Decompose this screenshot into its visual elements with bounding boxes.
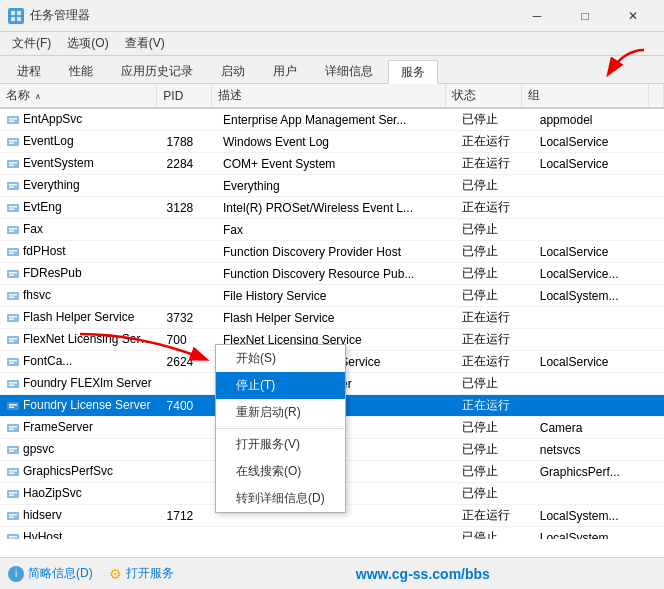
svg-rect-53	[7, 468, 19, 476]
cell-pid	[161, 263, 217, 285]
cell-pid	[161, 285, 217, 307]
cell-name: FDResPub	[0, 263, 161, 285]
cell-desc: Function Discovery Provider Host	[217, 241, 456, 263]
svg-rect-39	[9, 360, 17, 362]
table-row[interactable]: fdPHostFunction Discovery Provider Host已…	[0, 241, 664, 263]
cell-name: EntAppSvc	[0, 109, 161, 131]
tab-details[interactable]: 详细信息	[312, 59, 386, 83]
context-menu-stop[interactable]: 停止(T)	[216, 372, 345, 399]
cell-group	[534, 395, 664, 417]
tab-processes[interactable]: 进程	[4, 59, 54, 83]
cell-pid: 7400	[161, 395, 217, 417]
table-row[interactable]: EventSystem2284COM+ Event System正在运行Loca…	[0, 153, 664, 175]
svg-rect-64	[9, 538, 14, 539]
cell-pid	[161, 219, 217, 241]
svg-rect-38	[7, 358, 19, 366]
minimize-button[interactable]: ─	[514, 0, 560, 32]
cell-status: 已停止	[456, 461, 534, 483]
svg-rect-34	[9, 318, 14, 320]
cell-pid	[161, 527, 217, 540]
context-menu-goto-details[interactable]: 转到详细信息(D)	[216, 485, 345, 512]
main-area: 名称 ∧ PID 描述 状态 组	[0, 84, 664, 557]
cell-desc: Everything	[217, 175, 456, 197]
open-service-button[interactable]: ⚙ 打开服务	[109, 565, 174, 582]
svg-rect-41	[7, 380, 19, 388]
tab-services[interactable]: 服务	[388, 60, 438, 84]
cell-status: 正在运行	[456, 351, 534, 373]
table-container: 名称 ∧ PID 描述 状态 组	[0, 84, 664, 557]
cell-desc: COM+ Event System	[217, 153, 456, 175]
table-row[interactable]: HvHost已停止LocalSystem...	[0, 527, 664, 540]
cell-status: 已停止	[456, 417, 534, 439]
svg-rect-50	[7, 446, 19, 454]
cell-desc: File History Service	[217, 285, 456, 307]
cell-status: 已停止	[456, 175, 534, 197]
context-menu-start[interactable]: 开始(S)	[216, 345, 345, 372]
col-header-name[interactable]: 名称 ∧	[0, 84, 157, 108]
svg-rect-46	[9, 406, 14, 408]
svg-rect-59	[7, 512, 19, 520]
svg-rect-27	[9, 272, 17, 274]
cell-name: fhsvc	[0, 285, 161, 307]
table-row[interactable]: FDResPubFunction Discovery Resource Pub.…	[0, 263, 664, 285]
table-row[interactable]: EventLog1788Windows Event Log正在运行LocalSe…	[0, 131, 664, 153]
cell-pid: 3128	[161, 197, 217, 219]
tab-startup[interactable]: 启动	[208, 59, 258, 83]
tab-users[interactable]: 用户	[260, 59, 310, 83]
window-controls: ─ □ ✕	[514, 0, 656, 32]
svg-rect-32	[7, 314, 19, 322]
table-row[interactable]: EntAppSvcEnterprise App Management Ser..…	[0, 109, 664, 131]
cell-name: Foundry License Server	[0, 395, 161, 417]
cell-status: 正在运行	[456, 395, 534, 417]
menu-file[interactable]: 文件(F)	[4, 32, 59, 55]
tab-bar: 进程 性能 应用历史记录 启动 用户 详细信息 服务	[0, 56, 664, 84]
cell-group	[534, 175, 664, 197]
table-row[interactable]: fhsvcFile History Service已停止LocalSystem.…	[0, 285, 664, 307]
context-menu-search-online[interactable]: 在线搜索(O)	[216, 458, 345, 485]
svg-rect-37	[9, 340, 14, 342]
svg-rect-40	[9, 362, 14, 364]
menu-view[interactable]: 查看(V)	[117, 32, 173, 55]
cell-group: LocalService	[534, 351, 664, 373]
brief-info-link[interactable]: 简略信息(D)	[28, 565, 93, 582]
tab-app-history[interactable]: 应用历史记录	[108, 59, 206, 83]
context-menu-restart[interactable]: 重新启动(R)	[216, 399, 345, 426]
info-icon: i	[8, 566, 24, 582]
cell-pid	[161, 373, 217, 395]
tab-performance[interactable]: 性能	[56, 59, 106, 83]
table-row[interactable]: FaxFax已停止	[0, 219, 664, 241]
cell-status: 正在运行	[456, 153, 534, 175]
cell-pid	[161, 461, 217, 483]
svg-rect-30	[9, 294, 17, 296]
svg-rect-36	[9, 338, 17, 340]
svg-rect-47	[7, 424, 19, 432]
col-header-desc[interactable]: 描述	[212, 84, 445, 108]
maximize-button[interactable]: □	[562, 0, 608, 32]
cell-name: Everything	[0, 175, 161, 197]
status-bar: i 简略信息(D) ⚙ 打开服务 www.cg-ss.com/bbs	[0, 557, 664, 589]
col-header-status[interactable]: 状态	[445, 84, 521, 108]
website-url: www.cg-ss.com/bbs	[356, 566, 490, 582]
menu-bar: 文件(F) 选项(O) 查看(V)	[0, 32, 664, 56]
cell-group: LocalService...	[534, 263, 664, 285]
cell-group: GraphicsPerf...	[534, 461, 664, 483]
svg-rect-28	[9, 274, 14, 276]
svg-rect-44	[7, 402, 19, 410]
table-row[interactable]: EvtEng3128Intel(R) PROSet/Wireless Event…	[0, 197, 664, 219]
cell-name: EventSystem	[0, 153, 161, 175]
close-button[interactable]: ✕	[610, 0, 656, 32]
col-header-pid[interactable]: PID	[157, 84, 212, 108]
cell-group	[534, 329, 664, 351]
cell-status: 已停止	[456, 483, 534, 505]
cell-name: hidserv	[0, 505, 161, 527]
cell-pid	[161, 241, 217, 263]
table-row[interactable]: Flash Helper Service3732Flash Helper Ser…	[0, 307, 664, 329]
scroll-area[interactable]: EntAppSvcEnterprise App Management Ser..…	[0, 109, 664, 539]
cell-desc: Fax	[217, 219, 456, 241]
table-row[interactable]: EverythingEverything已停止	[0, 175, 664, 197]
context-menu-open-services[interactable]: 打开服务(V)	[216, 431, 345, 458]
menu-options[interactable]: 选项(O)	[59, 32, 116, 55]
cell-desc: Windows Event Log	[217, 131, 456, 153]
svg-rect-52	[9, 450, 14, 452]
col-header-group[interactable]: 组	[521, 84, 648, 108]
